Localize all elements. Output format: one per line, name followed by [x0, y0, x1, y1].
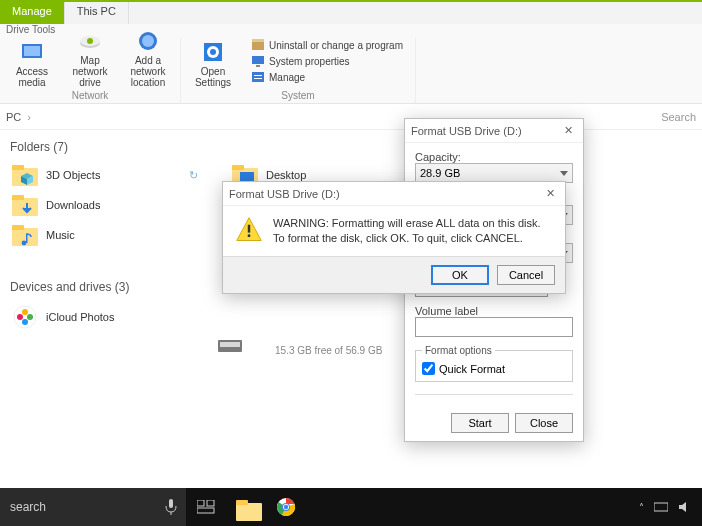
svg-rect-13 — [256, 65, 260, 67]
taskbar-file-explorer[interactable] — [226, 488, 266, 526]
format-warning-dialog: Format USB Drive (D:) ✕ WARNING: Formatt… — [222, 181, 566, 294]
volume-label-label: Volume label — [415, 305, 573, 317]
warning-line1: WARNING: Formatting will erase ALL data … — [273, 216, 541, 231]
warning-cancel-button[interactable]: Cancel — [497, 265, 555, 285]
svg-rect-36 — [197, 500, 204, 506]
warning-dialog-title: Format USB Drive (D:) — [229, 188, 340, 200]
ribbon-system-properties[interactable]: System properties — [251, 54, 403, 68]
tray-network-icon[interactable] — [654, 501, 668, 513]
ribbon-open-settings[interactable]: Open Settings — [187, 40, 239, 88]
icloud-photos-icon — [12, 304, 38, 330]
chevron-down-icon — [560, 171, 568, 176]
refresh-icon: ↻ — [189, 169, 198, 182]
ribbon-group-network: Network — [72, 90, 109, 101]
svg-point-9 — [210, 49, 216, 55]
svg-marker-44 — [679, 502, 686, 512]
ribbon-map-network-drive[interactable]: Map network drive — [64, 29, 116, 88]
warning-line2: To format the disk, click OK. To quit, c… — [273, 231, 541, 246]
svg-rect-11 — [252, 39, 264, 42]
ribbon-uninstall-program[interactable]: Uninstall or change a program — [251, 38, 403, 52]
folder-3d-objects[interactable]: 3D Objects ↻ — [10, 160, 200, 190]
programs-icon — [251, 38, 265, 52]
svg-point-42 — [284, 505, 288, 509]
svg-rect-10 — [252, 41, 264, 50]
tab-manage[interactable]: Manage — [0, 2, 65, 24]
folder-downloads[interactable]: Downloads — [10, 190, 200, 220]
drive-icloud-photos[interactable]: iCloud Photos — [10, 300, 200, 334]
format-options-label: Format options — [422, 345, 495, 356]
format-close-button[interactable]: Close — [515, 413, 573, 433]
system-tray[interactable]: ˄ — [629, 501, 702, 513]
svg-point-6 — [142, 35, 154, 47]
capacity-label: Capacity: — [415, 151, 573, 163]
breadcrumb-bar: PC › Search — [0, 104, 702, 130]
drive-icon — [218, 338, 242, 354]
svg-rect-1 — [24, 46, 40, 56]
chevron-right-icon: › — [27, 111, 31, 123]
warning-dialog-close-button[interactable]: ✕ — [541, 185, 559, 203]
taskbar-chrome[interactable] — [266, 488, 306, 526]
cube-icon — [20, 172, 34, 186]
svg-point-25 — [22, 309, 28, 315]
ribbon-access-media[interactable]: Access media — [6, 40, 58, 88]
svg-rect-23 — [26, 234, 28, 243]
taskbar: search ˄ — [0, 488, 702, 526]
format-dialog-title: Format USB Drive (D:) — [411, 125, 522, 137]
format-start-button[interactable]: Start — [451, 413, 509, 433]
tray-volume-icon[interactable] — [678, 501, 692, 513]
svg-rect-33 — [248, 234, 250, 237]
taskbar-task-view[interactable] — [186, 488, 226, 526]
svg-rect-30 — [220, 342, 240, 347]
svg-rect-32 — [248, 225, 250, 233]
taskbar-mic-icon[interactable] — [156, 488, 186, 526]
svg-point-26 — [27, 314, 33, 320]
format-dialog-close-button[interactable]: ✕ — [559, 122, 577, 140]
taskbar-search[interactable]: search — [0, 488, 156, 526]
svg-point-22 — [22, 241, 27, 246]
download-arrow-icon — [20, 202, 34, 216]
monitor-icon — [251, 54, 265, 68]
volume-label-input[interactable] — [415, 317, 573, 337]
warning-icon — [235, 216, 263, 244]
svg-point-4 — [87, 38, 93, 44]
svg-point-27 — [22, 319, 28, 325]
svg-rect-15 — [254, 75, 262, 76]
tray-chevron-up-icon[interactable]: ˄ — [639, 502, 644, 513]
svg-rect-37 — [207, 500, 214, 506]
warning-ok-button[interactable]: OK — [431, 265, 489, 285]
svg-point-28 — [17, 314, 23, 320]
svg-rect-16 — [254, 78, 262, 79]
quick-format-checkbox[interactable] — [422, 362, 435, 375]
ribbon-group-system: System — [281, 90, 314, 101]
svg-rect-43 — [654, 503, 668, 511]
svg-rect-12 — [252, 56, 264, 64]
manage-icon — [251, 70, 265, 84]
capacity-select[interactable]: 28.9 GB — [415, 163, 573, 183]
search-input[interactable]: Search — [661, 111, 696, 123]
svg-rect-34 — [169, 499, 173, 508]
svg-rect-38 — [197, 508, 214, 513]
breadcrumb-root[interactable]: PC — [6, 111, 21, 123]
svg-rect-14 — [252, 72, 264, 82]
tab-this-pc[interactable]: This PC — [65, 2, 129, 24]
drive-free-space: 15.3 GB free of 56.9 GB — [275, 345, 382, 356]
ribbon-add-network-location[interactable]: Add a network location — [122, 29, 174, 88]
ribbon: Access media Map network drive Add a net… — [0, 38, 702, 104]
ribbon-tabs: Manage This PC — [0, 2, 702, 24]
folders-section-header[interactable]: Folders (7) — [10, 140, 692, 154]
music-note-icon — [20, 232, 34, 246]
ribbon-manage[interactable]: Manage — [251, 70, 403, 84]
svg-rect-20 — [240, 172, 254, 181]
